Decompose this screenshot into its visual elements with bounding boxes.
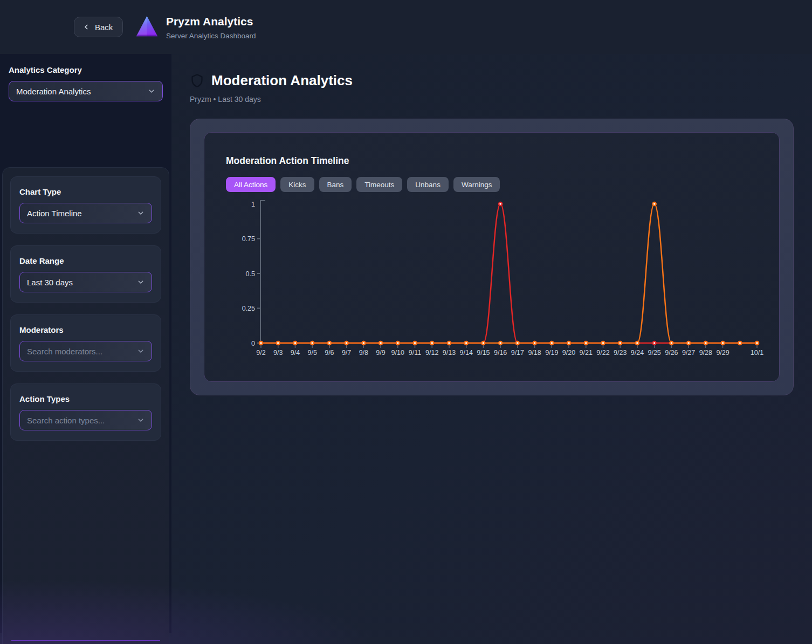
- chart-inner-card: Moderation Action Timeline All ActionsKi…: [204, 132, 780, 382]
- chevron-down-icon: [136, 347, 145, 355]
- svg-text:9/3: 9/3: [273, 349, 283, 357]
- analytics-category-block: Analytics Category Moderation Analytics: [0, 54, 171, 109]
- date-range-card: Date Range Last 30 days: [10, 245, 161, 303]
- chevron-down-icon: [147, 87, 156, 95]
- svg-text:9/8: 9/8: [359, 349, 368, 357]
- chevron-down-icon: [136, 416, 145, 424]
- back-button-label: Back: [95, 23, 113, 32]
- analytics-category-value: Moderation Analytics: [16, 87, 91, 96]
- svg-text:0.25: 0.25: [242, 305, 255, 312]
- moderators-card: Moderators Search moderators...: [10, 314, 161, 372]
- page-subtitle: Pryzm • Last 30 days: [190, 95, 261, 104]
- svg-text:9/4: 9/4: [291, 349, 300, 357]
- svg-text:9/18: 9/18: [528, 349, 541, 357]
- svg-text:9/21: 9/21: [580, 349, 593, 357]
- svg-text:9/25: 9/25: [648, 349, 660, 357]
- chart-type-value: Action Timeline: [27, 209, 82, 218]
- app-title: Pryzm Analytics: [166, 15, 253, 28]
- app-subtitle: Server Analytics Dashboard: [166, 32, 256, 40]
- sidebar-filter-panel: Chart Type Action Timeline Date Range La…: [2, 167, 169, 644]
- date-range-select[interactable]: Last 30 days: [19, 272, 152, 292]
- svg-text:9/15: 9/15: [477, 349, 490, 357]
- svg-text:9/12: 9/12: [425, 349, 438, 357]
- chart-type-select[interactable]: Action Timeline: [19, 203, 152, 223]
- chart-type-card: Chart Type Action Timeline: [10, 176, 161, 234]
- app-logo-prism-icon: [135, 15, 159, 39]
- svg-text:9/27: 9/27: [682, 349, 695, 357]
- chevron-down-icon: [136, 278, 145, 286]
- sidebar: Analytics Category Moderation Analytics …: [0, 54, 171, 633]
- svg-text:9/20: 9/20: [562, 349, 575, 357]
- analytics-category-select[interactable]: Moderation Analytics: [9, 81, 163, 101]
- chart-type-label: Chart Type: [19, 187, 152, 196]
- svg-text:9/9: 9/9: [376, 349, 385, 357]
- moderators-search-input[interactable]: Search moderators...: [19, 341, 152, 361]
- svg-text:9/7: 9/7: [342, 349, 351, 357]
- svg-text:9/16: 9/16: [494, 349, 507, 357]
- moderation-timeline-chart: 00.250.50.7519/29/39/49/59/69/79/89/99/1…: [204, 133, 779, 381]
- page-title: Moderation Analytics: [211, 72, 353, 89]
- svg-text:10/1: 10/1: [751, 349, 763, 357]
- svg-text:9/14: 9/14: [460, 349, 473, 357]
- action-types-search-input[interactable]: Search action types...: [19, 410, 152, 430]
- moderators-label: Moderators: [19, 325, 152, 334]
- svg-text:9/13: 9/13: [443, 349, 456, 357]
- chevron-down-icon: [136, 209, 145, 217]
- svg-text:9/5: 9/5: [307, 349, 316, 357]
- svg-text:9/22: 9/22: [596, 349, 609, 357]
- action-types-placeholder: Search action types...: [27, 416, 105, 425]
- analytics-category-label: Analytics Category: [9, 65, 163, 74]
- svg-text:9/2: 9/2: [256, 349, 265, 357]
- date-range-label: Date Range: [19, 256, 152, 265]
- svg-text:9/23: 9/23: [614, 349, 627, 357]
- svg-text:9/29: 9/29: [716, 349, 729, 357]
- chart-outer-card: Moderation Action Timeline All ActionsKi…: [190, 119, 794, 395]
- action-types-label: Action Types: [19, 394, 152, 403]
- svg-text:9/19: 9/19: [545, 349, 558, 357]
- svg-text:9/28: 9/28: [699, 349, 712, 357]
- svg-text:9/10: 9/10: [391, 349, 404, 357]
- app-root: Back Pryzm Analytics Server Analytics Da…: [0, 0, 812, 644]
- moderators-placeholder: Search moderators...: [27, 347, 102, 356]
- svg-text:9/17: 9/17: [511, 349, 524, 357]
- svg-text:9/24: 9/24: [631, 349, 644, 357]
- shield-icon: [190, 73, 204, 88]
- action-types-card: Action Types Search action types...: [10, 383, 161, 441]
- back-button[interactable]: Back: [74, 17, 123, 37]
- sidebar-divider: [11, 640, 160, 641]
- sidebar-spacer: [10, 453, 161, 640]
- svg-text:1: 1: [251, 201, 255, 208]
- svg-text:0.5: 0.5: [246, 270, 255, 278]
- svg-text:9/11: 9/11: [409, 349, 421, 357]
- chevron-left-icon: [82, 23, 91, 31]
- svg-text:0.75: 0.75: [242, 235, 255, 243]
- svg-text:9/6: 9/6: [325, 349, 334, 357]
- page-title-row: Moderation Analytics: [190, 72, 353, 89]
- svg-text:9/26: 9/26: [665, 349, 678, 357]
- header-bar: Back Pryzm Analytics Server Analytics Da…: [0, 0, 812, 54]
- date-range-value: Last 30 days: [27, 278, 73, 287]
- svg-text:0: 0: [251, 340, 255, 347]
